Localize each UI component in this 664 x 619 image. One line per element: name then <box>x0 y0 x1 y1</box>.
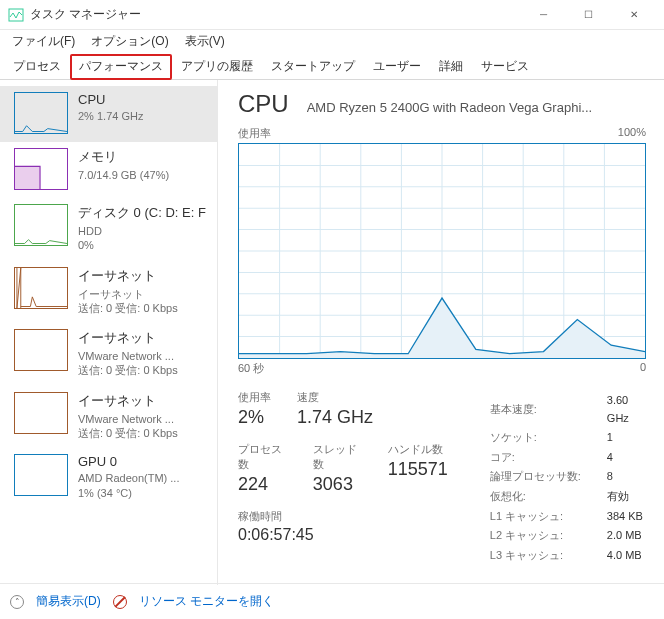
sidebar-item-4[interactable]: イーサネットVMware Network ...送信: 0 受信: 0 Kbps <box>0 323 217 386</box>
taskmgr-icon <box>8 7 24 23</box>
cpu-name: AMD Ryzen 5 2400G with Radeon Vega Graph… <box>307 100 646 115</box>
chart-top-left: 使用率 <box>238 126 271 141</box>
tab-performance[interactable]: パフォーマンス <box>70 54 172 80</box>
sidebar-item-0[interactable]: CPU2% 1.74 GHz <box>0 86 217 142</box>
close-button[interactable]: ✕ <box>611 0 656 30</box>
menu-view[interactable]: 表示(V) <box>177 31 233 52</box>
speed-value: 1.74 GHz <box>297 407 373 428</box>
menu-options[interactable]: オプション(O) <box>83 31 176 52</box>
details-table: 基本速度:3.60 GHzソケット:1コア:4論理プロセッサ数:8仮想化:有効L… <box>488 390 646 566</box>
sidebar: CPU2% 1.74 GHzメモリ7.0/14.9 GB (47%)ディスク 0… <box>0 80 218 585</box>
sidebar-item-2[interactable]: ディスク 0 (C: D: E: FHDD0% <box>0 198 217 261</box>
handles-value: 115571 <box>388 459 448 480</box>
processes-value: 224 <box>238 474 287 495</box>
resmon-icon <box>113 595 127 609</box>
sidebar-item-3[interactable]: イーサネットイーサネット送信: 0 受信: 0 Kbps <box>0 261 217 324</box>
resource-monitor-link[interactable]: リソース モニターを開く <box>139 593 274 610</box>
chart-bottom-left: 60 秒 <box>238 361 264 376</box>
maximize-button[interactable]: ☐ <box>566 0 611 30</box>
chevron-up-icon[interactable]: ˄ <box>10 595 24 609</box>
fewer-details-link[interactable]: 簡易表示(D) <box>36 593 101 610</box>
page-title: CPU <box>238 90 289 118</box>
processes-label: プロセス数 <box>238 442 287 472</box>
tab-details[interactable]: 詳細 <box>430 54 472 80</box>
cpu-chart <box>238 143 646 359</box>
sidebar-item-6[interactable]: GPU 0AMD Radeon(TM) ...1% (34 °C) <box>0 448 217 508</box>
handles-label: ハンドル数 <box>388 442 448 457</box>
window-title: タスク マネージャー <box>30 6 521 23</box>
sidebar-item-5[interactable]: イーサネットVMware Network ...送信: 0 受信: 0 Kbps <box>0 386 217 449</box>
menu-file[interactable]: ファイル(F) <box>4 31 83 52</box>
chart-bottom-right: 0 <box>640 361 646 376</box>
menu-bar: ファイル(F) オプション(O) 表示(V) <box>0 30 664 52</box>
svg-rect-1 <box>15 166 40 189</box>
tab-startup[interactable]: スタートアップ <box>262 54 364 80</box>
usage-value: 2% <box>238 407 271 428</box>
svg-marker-20 <box>239 298 645 358</box>
speed-label: 速度 <box>297 390 373 405</box>
sidebar-item-1[interactable]: メモリ7.0/14.9 GB (47%) <box>0 142 217 198</box>
uptime-label: 稼働時間 <box>238 509 448 524</box>
tab-users[interactable]: ユーザー <box>364 54 430 80</box>
tab-app-history[interactable]: アプリの履歴 <box>172 54 262 80</box>
threads-label: スレッド数 <box>313 442 362 472</box>
minimize-button[interactable]: ─ <box>521 0 566 30</box>
uptime-value: 0:06:57:45 <box>238 526 448 544</box>
tab-bar: プロセス パフォーマンス アプリの履歴 スタートアップ ユーザー 詳細 サービス <box>0 52 664 80</box>
chart-top-right: 100% <box>618 126 646 141</box>
threads-value: 3063 <box>313 474 362 495</box>
usage-label: 使用率 <box>238 390 271 405</box>
tab-processes[interactable]: プロセス <box>4 54 70 80</box>
tab-services[interactable]: サービス <box>472 54 538 80</box>
